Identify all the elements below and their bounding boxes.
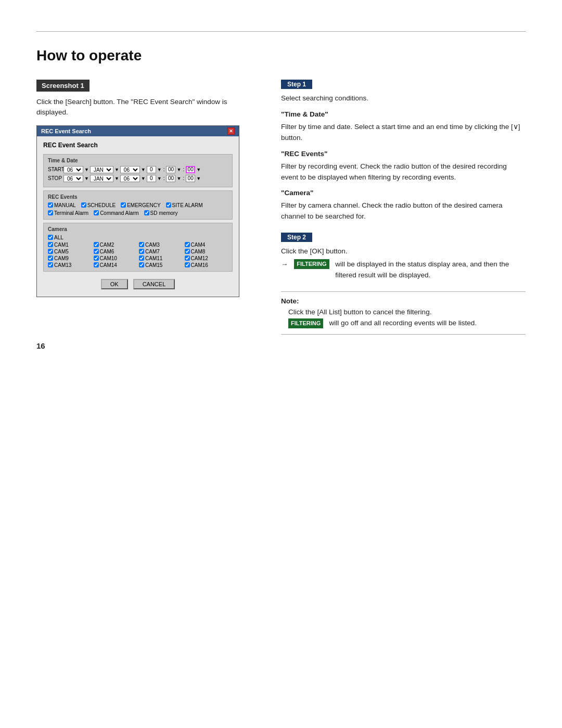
checkbox-command-alarm[interactable]: Command Alarm	[94, 210, 138, 216]
time-date-section: Time & Date START 06 ▼ JAN ▼ 06 ▼ ▼	[43, 154, 233, 187]
step1-badge: Step 1	[281, 80, 312, 89]
arrow-symbol: →	[281, 259, 288, 270]
rec-events-checkboxes: MANUAL SCHEDULE EMERGENCY SITE ALARM Ter…	[48, 202, 228, 216]
checkbox-cam15[interactable]: CAM15	[139, 262, 183, 268]
stop-label: STOP	[48, 175, 62, 181]
close-button[interactable]: ✕	[227, 127, 235, 135]
window-subtitle: REC Event Search	[43, 142, 233, 149]
start-m-input[interactable]	[166, 166, 175, 173]
checkbox-emergency[interactable]: EMERGENCY	[121, 202, 160, 208]
page-title: How to operate	[36, 47, 526, 64]
checkbox-all[interactable]: ALL	[48, 235, 63, 240]
note-line1: Click the [All List] button to cancel th…	[288, 308, 431, 316]
window-body: REC Event Search Time & Date START 06 ▼ …	[37, 136, 239, 297]
step1-block: Step 1 Select searching conditions. "Tim…	[281, 80, 526, 222]
page-container: How to operate Screenshot 1 Click the [S…	[0, 0, 562, 371]
stop-row: STOP 06 ▼ JAN ▼ 06 ▼ ▼ : ▼ :	[48, 175, 228, 182]
checkbox-cam10[interactable]: CAM10	[94, 256, 137, 261]
checkbox-cam11[interactable]: CAM11	[139, 256, 183, 261]
checkbox-manual[interactable]: MANUAL	[48, 202, 76, 208]
note-top-divider	[281, 291, 526, 292]
checkbox-cam3[interactable]: CAM3	[139, 242, 183, 248]
checkbox-cam4[interactable]: CAM4	[185, 242, 228, 248]
checkbox-cam13[interactable]: CAM13	[48, 262, 92, 268]
checkbox-cam1[interactable]: CAM1	[48, 242, 92, 248]
camera-text: Filter by camera channel. Check the radi…	[281, 201, 502, 220]
checkbox-cam5[interactable]: CAM5	[48, 249, 92, 254]
stop-hour-select[interactable]: 06	[63, 175, 83, 182]
time-date-heading: "Time & Date"	[281, 109, 526, 120]
top-divider	[36, 31, 526, 32]
rec-events-heading: "REC Events"	[281, 149, 526, 160]
camera-all-row: ALL	[48, 235, 228, 240]
camera-grid: CAM1 CAM2 CAM3 CAM4 CAM5 CAM6 CAM7 CAM8 …	[48, 242, 228, 268]
page-number: 16	[36, 341, 45, 350]
time-date-text: Filter by time and date. Select a start …	[281, 123, 520, 142]
start-month-select[interactable]: JAN	[90, 166, 113, 173]
window-titlebar: REC Event Search ✕	[37, 126, 239, 136]
start-h-input[interactable]	[147, 166, 156, 173]
content-area: Screenshot 1 Click the [Search] button. …	[36, 80, 526, 340]
start-hour-select[interactable]: 06	[63, 166, 83, 173]
step2-content: Click the [OK] button. → FILTERING will …	[281, 246, 526, 281]
rec-buttons-row: OK CANCEL	[43, 275, 233, 291]
note-line2: will go off and all recording events wil…	[329, 319, 477, 327]
checkbox-cam16[interactable]: CAM16	[185, 262, 228, 268]
camera-section: Camera ALL CAM1 CAM2 CAM3 CAM4 CAM5 CAM6	[43, 223, 233, 272]
checkbox-cam14[interactable]: CAM14	[94, 262, 137, 268]
filtering-badge-note: FILTERING	[288, 318, 323, 328]
ok-button[interactable]: OK	[101, 279, 128, 289]
checkbox-cam12[interactable]: CAM12	[185, 256, 228, 261]
checkbox-terminal-alarm[interactable]: Terminal Alarm	[48, 210, 88, 216]
checkbox-cam9[interactable]: CAM9	[48, 256, 92, 261]
step2-badge: Step 2	[281, 233, 312, 242]
checkbox-cam7[interactable]: CAM7	[139, 249, 183, 254]
step2-intro: Click the [OK] button.	[281, 246, 526, 257]
right-column: Step 1 Select searching conditions. "Tim…	[281, 80, 526, 340]
screenshot-badge: Screenshot 1	[36, 80, 90, 92]
camera-label: Camera	[48, 226, 228, 232]
step2-block: Step 2 Click the [OK] button. → FILTERIN…	[281, 233, 526, 281]
checkbox-schedule[interactable]: SCHEDULE	[81, 202, 116, 208]
note-heading: Note:	[281, 297, 526, 305]
stop-s-input[interactable]	[186, 175, 195, 182]
checkbox-site-alarm[interactable]: SITE ALARM	[166, 202, 203, 208]
start-row: START 06 ▼ JAN ▼ 06 ▼ ▼ : ▼ :	[48, 166, 228, 173]
start-s-input[interactable]	[186, 166, 195, 173]
step2-arrow-text: will be displayed in the status display …	[335, 259, 526, 281]
checkbox-cam2[interactable]: CAM2	[94, 242, 137, 248]
stop-month-select[interactable]: JAN	[90, 175, 113, 182]
rec-events-label: REC Events	[48, 194, 228, 200]
cancel-button[interactable]: CANCEL	[133, 279, 175, 289]
checkbox-cam6[interactable]: CAM6	[94, 249, 137, 254]
step2-arrow-row: → FILTERING will be displayed in the sta…	[281, 259, 526, 281]
window-title: REC Event Search	[41, 128, 91, 134]
note-text: Click the [All List] button to cancel th…	[281, 307, 526, 329]
rec-events-section: REC Events MANUAL SCHEDULE EMERGENCY SIT…	[43, 190, 233, 220]
rec-events-text: Filter by recording event. Check the rad…	[281, 162, 507, 181]
stop-day-select[interactable]: 06	[120, 175, 140, 182]
time-date-label: Time & Date	[48, 158, 228, 163]
start-day-select[interactable]: 06	[120, 166, 140, 173]
checkbox-cam8[interactable]: CAM8	[185, 249, 228, 254]
start-label: START	[48, 167, 62, 172]
stop-m-input[interactable]	[166, 175, 175, 182]
filtering-badge-step2: FILTERING	[294, 259, 329, 269]
screenshot-desc: Click the [Search] button. The "REC Even…	[36, 97, 260, 118]
rec-event-search-window: REC Event Search ✕ REC Event Search Time…	[36, 125, 239, 297]
camera-heading: "Camera"	[281, 188, 526, 199]
note-bottom-divider	[281, 334, 526, 335]
left-column: Screenshot 1 Click the [Search] button. …	[36, 80, 260, 297]
step1-intro: Select searching conditions. "Time & Dat…	[281, 93, 526, 222]
checkbox-sd-memory[interactable]: SD memory	[144, 210, 178, 216]
stop-h-input[interactable]	[147, 175, 156, 182]
note-block: Note: Click the [All List] button to can…	[281, 297, 526, 329]
